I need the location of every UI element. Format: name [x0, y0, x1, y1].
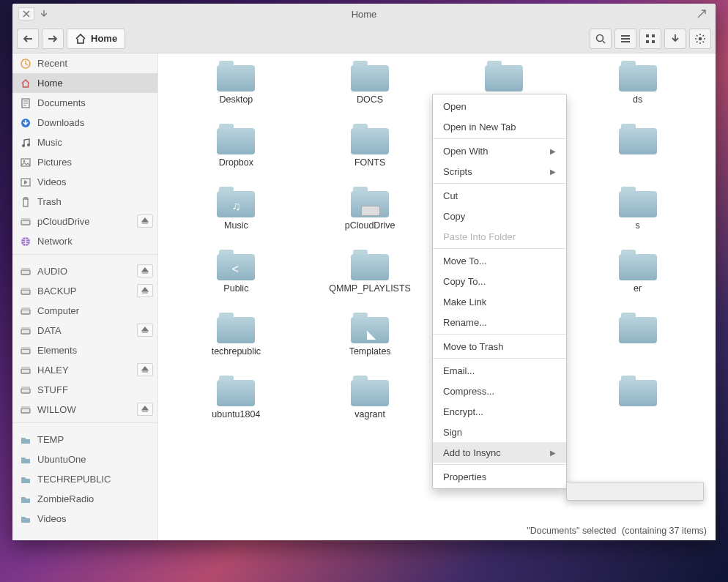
sidebar-item-pcloud[interactable]: pCloudDrive — [12, 212, 157, 231]
context-item[interactable]: Scripts▶ — [433, 161, 566, 182]
sidebar-item-dl[interactable]: Downloads — [12, 113, 157, 133]
folder-item[interactable] — [574, 124, 701, 181]
sidebar-item-backup[interactable]: BACKUP — [12, 281, 157, 301]
eject-button[interactable] — [137, 214, 153, 228]
folder-item[interactable]: ubuntu1804 — [173, 376, 300, 433]
context-item[interactable]: Compress... — [433, 381, 566, 401]
folder-icon — [619, 376, 657, 406]
context-item[interactable]: Move To... — [433, 250, 566, 271]
sidebar-item-stuff[interactable]: STUFF — [12, 380, 157, 400]
folder-item[interactable] — [574, 376, 701, 433]
folder-item[interactable]: ds — [574, 61, 701, 118]
context-item[interactable]: Move to Trash — [433, 336, 566, 357]
folder-icon — [351, 61, 389, 92]
folder-icon — [351, 124, 389, 154]
sidebar-item-ubuntuone[interactable]: UbuntuOne — [12, 449, 157, 469]
sidebar-item-docs[interactable]: Documents — [12, 93, 157, 113]
sidebar-item-pics[interactable]: Pictures — [12, 152, 157, 172]
context-submenu[interactable] — [566, 482, 704, 501]
folder-item[interactable]: < Public — [173, 250, 300, 307]
eject-button[interactable] — [137, 363, 153, 376]
search-button[interactable] — [590, 29, 612, 49]
context-item[interactable]: Copy To... — [433, 271, 566, 291]
eject-button[interactable] — [137, 264, 153, 277]
context-item[interactable]: Open With▶ — [433, 141, 566, 161]
folder-item[interactable]: vagrant — [307, 376, 434, 433]
folder-item[interactable]: Desktop — [173, 61, 300, 118]
sidebar-item-temp[interactable]: TEMP — [12, 430, 157, 449]
context-menu[interactable]: OpenOpen in New TabOpen With▶Scripts▶Cut… — [432, 94, 567, 489]
folder-label: QMMP_PLAYLISTS — [329, 283, 411, 294]
folder-item[interactable]: QMMP_PLAYLISTS — [307, 250, 434, 307]
folder-item[interactable] — [574, 313, 701, 370]
eject-button[interactable] — [137, 284, 153, 297]
maximize-button[interactable] — [694, 7, 710, 20]
settings-button[interactable] — [689, 29, 711, 49]
context-item[interactable]: Email... — [433, 360, 566, 381]
sidebar: RecentHomeDocumentsDownloadsMusicPicture… — [12, 53, 158, 540]
chevron-right-icon: ▶ — [550, 168, 556, 176]
context-separator — [433, 334, 566, 335]
sidebar-item-audio[interactable]: AUDIO — [12, 261, 157, 281]
folder-item[interactable]: ◣ Templates — [307, 313, 434, 370]
context-separator — [433, 464, 566, 465]
context-item[interactable]: Open in New Tab — [433, 116, 566, 137]
context-item[interactable]: Sign — [433, 422, 566, 442]
folder-item[interactable]: s — [574, 187, 701, 244]
list-view-button[interactable] — [614, 29, 636, 49]
sidebar-item-zr[interactable]: ZombieRadio — [12, 489, 157, 509]
context-item[interactable]: Encrypt... — [433, 401, 566, 422]
eject-button[interactable] — [137, 324, 153, 337]
grid-view-button[interactable] — [639, 29, 661, 49]
sidebar-item-label: ZombieRadio — [37, 493, 94, 504]
context-item[interactable]: Add to Insync▶ — [433, 442, 566, 463]
folder-label: ds — [633, 94, 642, 105]
sidebar-item-label: WILLOW — [37, 404, 76, 415]
context-item[interactable]: Open — [433, 96, 566, 116]
sidebar-item-label: Recent — [37, 58, 67, 69]
svg-rect-18 — [21, 268, 30, 270]
back-button[interactable] — [17, 29, 39, 49]
download-button[interactable] — [664, 29, 686, 49]
folder-item[interactable]: ♫ Music — [173, 187, 300, 244]
context-item[interactable]: Rename... — [433, 312, 566, 332]
sidebar-item-trash[interactable]: Trash — [12, 192, 157, 212]
eject-button[interactable] — [137, 403, 153, 416]
svg-rect-20 — [21, 288, 30, 290]
minimize-button[interactable] — [36, 7, 52, 20]
folder-item[interactable]: er — [574, 250, 701, 307]
titlebar: Home — [12, 4, 716, 24]
sidebar-item-bvids[interactable]: Videos — [12, 509, 157, 529]
sidebar-item-label: Home — [37, 78, 63, 89]
context-separator — [433, 248, 566, 249]
sidebar-item-haley[interactable]: HALEY — [12, 360, 157, 380]
sidebar-item-recent[interactable]: Recent — [12, 53, 157, 73]
svg-rect-26 — [21, 347, 30, 349]
sidebar-item-data[interactable]: DATA — [12, 321, 157, 340]
context-item[interactable]: Make Link — [433, 291, 566, 312]
context-item[interactable]: Properties — [433, 466, 566, 487]
folder-icon — [619, 124, 657, 154]
sidebar-item-music[interactable]: Music — [12, 133, 157, 152]
sidebar-item-willow[interactable]: WILLOW — [12, 400, 157, 419]
folder-item[interactable]: FONTS — [307, 124, 434, 181]
sidebar-item-label: Music — [37, 137, 62, 148]
sidebar-item-elements[interactable]: Elements — [12, 340, 157, 360]
sidebar-item-tr[interactable]: TECHREPUBLIC — [12, 469, 157, 489]
close-button[interactable] — [18, 7, 34, 20]
location-button[interactable]: Home — [67, 29, 125, 49]
sidebar-item-computer[interactable]: Computer — [12, 301, 157, 321]
folder-item[interactable]: DOCS — [307, 61, 434, 118]
sidebar-item-home[interactable]: Home — [12, 73, 157, 93]
folder-item[interactable]: pCloudDrive — [307, 187, 434, 244]
folder-item[interactable]: techrepublic — [173, 313, 300, 370]
folder-item[interactable]: Dropbox — [173, 124, 300, 181]
sidebar-item-videos[interactable]: Videos — [12, 172, 157, 192]
forward-button[interactable] — [42, 29, 64, 49]
bvids-icon — [20, 513, 31, 525]
folder-label: s — [636, 220, 640, 231]
sidebar-item-network[interactable]: Network — [12, 231, 157, 251]
context-item[interactable]: Copy — [433, 206, 566, 226]
pics-icon — [20, 157, 31, 168]
context-item[interactable]: Cut — [433, 185, 566, 206]
